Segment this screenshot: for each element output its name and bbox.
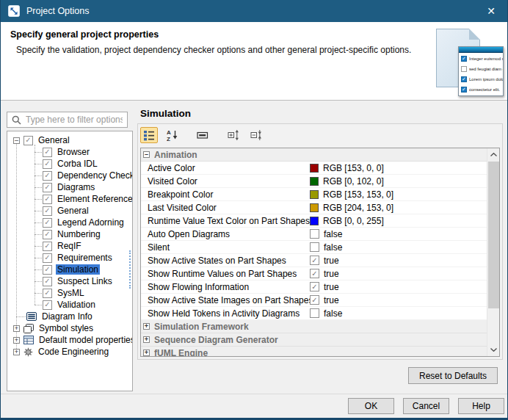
- checkbox-icon[interactable]: ✓: [43, 206, 52, 216]
- property-row-show-active-states-on-part-shapes[interactable]: Show Active States on Part Shapes✓true: [141, 254, 487, 267]
- tree-item-dependency-checker[interactable]: ✓Dependency Checker: [7, 170, 132, 181]
- collapse-expander-icon[interactable]: –: [13, 137, 20, 144]
- property-row-show-held-tokens-in-activity-diagrams[interactable]: Show Held Tokens in Activity Diagramsfal…: [141, 307, 487, 320]
- property-group-animation[interactable]: –Animation: [141, 148, 487, 162]
- property-value[interactable]: false: [310, 308, 342, 319]
- checkbox-icon[interactable]: ✓: [43, 159, 52, 169]
- expand-expander-icon[interactable]: +: [13, 325, 20, 332]
- checklist-graphic-titlebar: [459, 47, 503, 53]
- tree-item-suspect-links[interactable]: ✓Suspect Links: [7, 275, 132, 287]
- tree-item-simulation[interactable]: ✓Simulation: [7, 264, 132, 275]
- property-value[interactable]: false: [310, 242, 342, 253]
- tree-item-default-model-properties[interactable]: +Default model properties: [7, 334, 132, 346]
- help-button[interactable]: Help: [458, 398, 504, 414]
- checked-checkbox-icon[interactable]: ✓: [310, 269, 319, 278]
- close-icon[interactable]: ✕: [482, 4, 500, 18]
- unchecked-checkbox-icon[interactable]: [310, 308, 319, 318]
- categorized-view-button[interactable]: [140, 127, 158, 143]
- tree-item-requirements[interactable]: ✓Requirements: [7, 252, 132, 264]
- tree-item-validation[interactable]: ✓Validation: [7, 299, 132, 311]
- property-value[interactable]: false: [310, 229, 342, 239]
- cancel-button[interactable]: Cancel: [403, 398, 449, 414]
- property-value[interactable]: ✓true: [310, 269, 339, 279]
- property-row-silent[interactable]: Silentfalse: [141, 241, 487, 254]
- property-row-runtime-value-text-color-on-part-shapes[interactable]: Runtime Value Text Color on Part ShapesR…: [141, 214, 487, 228]
- expand-expander-icon[interactable]: +: [13, 337, 20, 344]
- tree-item-legend-adorning[interactable]: ✓Legend Adorning: [7, 217, 132, 228]
- tree-item-general[interactable]: ✓General: [7, 205, 132, 217]
- checkbox-icon[interactable]: ✓: [43, 277, 52, 286]
- tree-item-general[interactable]: –✓General: [7, 134, 132, 146]
- property-group-fuml-engine[interactable]: +fUML Engine: [141, 347, 487, 356]
- property-row-last-visited-color[interactable]: Last Visited ColorRGB [204, 153, 0]: [141, 201, 487, 214]
- tree-item-symbol-styles[interactable]: +Symbol styles: [7, 322, 132, 334]
- filter-options-search[interactable]: [7, 112, 128, 128]
- checkbox-icon[interactable]: ✓: [43, 183, 52, 192]
- tree-item-sysml[interactable]: ✓SysML: [7, 287, 132, 299]
- tree-item-corba-idl[interactable]: ✓Corba IDL: [7, 158, 132, 170]
- tree-item-label: Suspect Links: [56, 276, 114, 286]
- property-value[interactable]: RGB [153, 153, 0]: [310, 189, 393, 200]
- sort-alphabetically-button[interactable]: AZ: [163, 127, 181, 143]
- property-group-simulation-framework[interactable]: +Simulation Framework: [141, 320, 487, 333]
- property-value[interactable]: RGB [204, 153, 0]: [310, 203, 393, 213]
- tree-item-label: Diagrams: [56, 182, 96, 192]
- property-row-show-active-state-images-on-part-shapes[interactable]: Show Active State Images on Part Shapes✓…: [141, 294, 487, 307]
- property-value[interactable]: RGB [153, 0, 0]: [310, 163, 384, 173]
- checked-checkbox-icon[interactable]: ✓: [310, 256, 319, 265]
- property-row-breakpoint-color[interactable]: Breakpoint ColorRGB [153, 153, 0]: [141, 188, 487, 201]
- unchecked-checkbox-icon[interactable]: [310, 229, 319, 239]
- checked-checkbox-icon[interactable]: ✓: [310, 295, 319, 305]
- property-value-text: true: [324, 282, 339, 292]
- expand-all-button[interactable]: [225, 127, 242, 143]
- expand-expander-icon[interactable]: +: [13, 349, 20, 355]
- checkbox-icon[interactable]: ✓: [43, 300, 52, 310]
- property-row-auto-open-diagrams[interactable]: Auto Open Diagramsfalse: [141, 228, 487, 241]
- expand-expander-icon[interactable]: +: [143, 336, 150, 343]
- checkbox-icon[interactable]: ✓: [43, 148, 52, 157]
- property-group-sequence-diagram-generator[interactable]: +Sequence Diagram Generator: [141, 333, 487, 347]
- checkbox-icon[interactable]: ✓: [43, 289, 52, 298]
- show-description-button[interactable]: [194, 127, 211, 143]
- property-value-text: true: [324, 295, 339, 305]
- property-group-label: Animation: [154, 150, 197, 160]
- unchecked-checkbox-icon[interactable]: [310, 242, 319, 252]
- checkbox-icon[interactable]: ✓: [43, 265, 52, 275]
- ok-button[interactable]: OK: [348, 398, 394, 414]
- property-row-show-runtime-values-on-part-shapes[interactable]: Show Runtime Values on Part Shapes✓true: [141, 267, 487, 280]
- property-value-text: false: [324, 242, 342, 253]
- expand-expander-icon[interactable]: +: [143, 350, 150, 356]
- tree-item-browser[interactable]: ✓Browser: [7, 146, 132, 158]
- property-value[interactable]: ✓true: [310, 295, 339, 305]
- property-row-show-flowing-information[interactable]: Show Flowing Information✓true: [141, 280, 487, 294]
- tree-item-code-engineering[interactable]: +Code Engineering: [7, 346, 132, 358]
- property-value[interactable]: RGB [0, 0, 255]: [310, 216, 384, 226]
- property-value[interactable]: ✓true: [310, 282, 339, 292]
- collapse-expander-icon[interactable]: –: [143, 151, 150, 158]
- property-value[interactable]: ✓true: [310, 256, 339, 266]
- tree-item-diagram-info[interactable]: Diagram Info: [7, 311, 132, 322]
- property-row-active-color[interactable]: Active ColorRGB [153, 0, 0]: [141, 162, 487, 175]
- checkbox-icon[interactable]: ✓: [43, 253, 52, 263]
- checkbox-icon[interactable]: ✓: [43, 171, 52, 181]
- expand-expander-icon[interactable]: +: [143, 323, 150, 330]
- reset-to-defaults-button[interactable]: Reset to Defaults: [408, 367, 498, 384]
- checkbox-icon[interactable]: ✓: [43, 242, 52, 251]
- scroll-up-icon[interactable]: [487, 148, 500, 161]
- checkbox-icon[interactable]: ✓: [23, 136, 33, 145]
- tree-item-numbering[interactable]: ✓Numbering: [7, 228, 132, 240]
- scrollbar-thumb[interactable]: [488, 162, 499, 308]
- property-value[interactable]: RGB [0, 102, 0]: [310, 176, 384, 187]
- checkbox-icon[interactable]: ✓: [43, 195, 52, 204]
- collapse-all-button[interactable]: [247, 127, 265, 143]
- table-scrollbar[interactable]: [487, 148, 499, 356]
- property-row-visited-color[interactable]: Visited ColorRGB [0, 102, 0]: [141, 175, 487, 188]
- tree-item-element-references[interactable]: ✓Element References: [7, 193, 132, 205]
- checkbox-icon[interactable]: ✓: [43, 230, 52, 239]
- scroll-down-icon[interactable]: [487, 344, 500, 356]
- tree-item-reqif[interactable]: ✓ReqIF: [7, 240, 132, 252]
- checked-checkbox-icon[interactable]: ✓: [310, 282, 319, 292]
- checkbox-icon[interactable]: ✓: [43, 218, 52, 228]
- search-input[interactable]: [24, 114, 124, 126]
- tree-item-diagrams[interactable]: ✓Diagrams: [7, 181, 132, 193]
